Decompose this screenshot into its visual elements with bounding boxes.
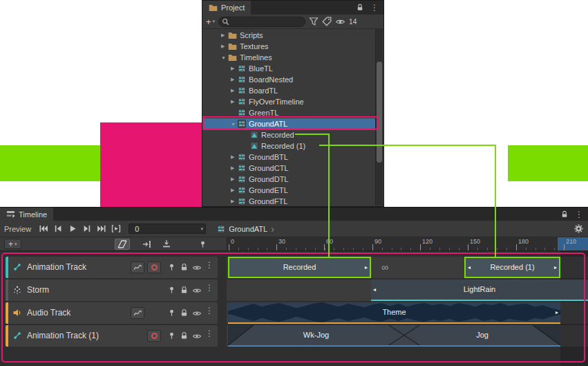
clip-group-wkjog-jog[interactable]: Wk-Jog Jog (228, 325, 560, 347)
clip-lightrain[interactable]: LightRain ◂ (371, 280, 588, 301)
tab-timeline[interactable]: Timeline (0, 208, 53, 221)
mute-eye-icon[interactable] (192, 331, 202, 341)
foldout-expanded-icon[interactable]: ▼ (231, 122, 238, 127)
timeline-tab-label: Timeline (19, 210, 47, 219)
track-menu-icon[interactable]: ⋮ (205, 306, 214, 315)
foldout-collapsed-icon[interactable]: ▶ (231, 77, 238, 82)
ruler-minor-ticks (229, 248, 588, 250)
mute-eye-icon[interactable] (192, 263, 202, 273)
track-menu-icon[interactable]: ⋮ (205, 329, 214, 338)
tree-item-groundftl[interactable]: ▶GroundFTL (203, 196, 375, 207)
settings-gear-icon[interactable] (573, 223, 584, 234)
record-button[interactable] (147, 262, 161, 273)
lock-icon[interactable] (180, 309, 189, 318)
next-frame-button[interactable] (79, 223, 94, 235)
mix-mode-button[interactable] (115, 239, 130, 250)
lock-icon[interactable] (356, 3, 364, 12)
tree-item-greentl[interactable]: GreenTL (203, 107, 375, 118)
add-track-button[interactable]: + ▾ (4, 239, 21, 249)
lock-icon[interactable] (560, 210, 569, 219)
project-search-field[interactable] (218, 17, 305, 27)
breadcrumb[interactable]: GroundATL › (217, 224, 274, 234)
goto-end-button[interactable] (94, 223, 108, 235)
project-scrollbar[interactable] (375, 29, 383, 205)
pin-icon[interactable] (167, 263, 176, 272)
tree-item-boardnested[interactable]: ▶BoardNested (203, 74, 375, 85)
track-header-animation-track[interactable]: Animation Track ⋮ (6, 257, 218, 278)
replace-mode-button[interactable] (159, 239, 174, 250)
goto-start-button[interactable] (36, 223, 50, 235)
window-menu-icon[interactable]: ⋮ (370, 3, 379, 12)
mute-eye-icon[interactable] (192, 309, 202, 318)
clip-theme[interactable]: Theme ▸ (228, 302, 560, 324)
lock-icon[interactable] (180, 331, 189, 340)
show-markers-button[interactable] (195, 239, 210, 250)
foldout-collapsed-icon[interactable]: ▶ (231, 165, 238, 171)
foldout-collapsed-icon[interactable]: ▶ (231, 99, 238, 104)
current-frame-field[interactable]: ▾ (129, 223, 206, 234)
foldout-collapsed-icon[interactable]: ▶ (231, 199, 238, 204)
tree-item-groundctl[interactable]: ▶GroundCTL (203, 163, 375, 174)
pin-icon[interactable] (167, 286, 176, 295)
tree-item-flyovertimeline[interactable]: ▶FlyOverTimeline (203, 96, 375, 107)
pin-icon[interactable] (167, 309, 176, 318)
search-by-type-icon[interactable] (309, 17, 319, 26)
foldout-collapsed-icon[interactable]: ▶ (221, 33, 228, 38)
curves-button[interactable] (131, 307, 144, 319)
time-ruler[interactable]: 0 30 60 90 120 150 180 210 (227, 237, 588, 250)
clip-label: Recorded (1) (490, 263, 534, 271)
tree-item-recorded-1[interactable]: Recorded (1) (203, 140, 375, 152)
tree-item-scripts[interactable]: ▶Scripts (203, 30, 375, 41)
visibility-eye-icon[interactable] (335, 17, 345, 27)
tree-item-recorded[interactable]: Recorded (203, 129, 375, 140)
lock-icon[interactable] (180, 263, 189, 272)
foldout-collapsed-icon[interactable]: ▶ (231, 88, 238, 93)
tree-item-textures[interactable]: ▶Textures (203, 41, 375, 52)
preview-toggle[interactable]: Preview (4, 225, 31, 233)
tree-item-groundatl-selected[interactable]: ▼GroundATL (203, 118, 375, 129)
scrollbar-thumb[interactable] (377, 62, 382, 163)
track-header-animation-track-1[interactable]: Animation Track (1) ⋮ (6, 325, 218, 347)
foldout-collapsed-icon[interactable]: ▶ (221, 44, 228, 49)
clip-label-wkjog[interactable]: Wk-Jog (228, 325, 404, 345)
record-button[interactable] (147, 330, 161, 342)
track-header-storm[interactable]: Storm ⋮ (6, 280, 218, 301)
track-menu-icon[interactable]: ⋮ (205, 261, 214, 269)
play-button[interactable] (65, 223, 79, 235)
lock-icon[interactable] (180, 286, 189, 295)
plus-icon: + (206, 17, 211, 27)
project-add-button[interactable]: + ▾ (206, 17, 215, 27)
pin-icon[interactable] (167, 331, 176, 340)
foldout-collapsed-icon[interactable]: ▶ (231, 66, 238, 71)
tree-item-groundetl[interactable]: ▶GroundETL (203, 185, 375, 196)
search-by-label-icon[interactable] (322, 17, 332, 26)
dropdown-arrow-icon[interactable]: ▾ (201, 226, 204, 232)
previous-frame-button[interactable] (50, 223, 65, 235)
foldout-expanded-icon[interactable]: ▼ (221, 55, 228, 60)
frame-input[interactable] (133, 224, 200, 234)
tree-item-boardtl[interactable]: ▶BoardTL (203, 85, 375, 96)
track-header-audio-track[interactable]: Audio Track ⋮ (6, 302, 218, 324)
foldout-collapsed-icon[interactable]: ▶ (231, 187, 238, 193)
window-menu-icon[interactable]: ⋮ (575, 210, 583, 219)
mute-eye-icon[interactable] (192, 286, 202, 295)
tab-project[interactable]: Project (202, 1, 251, 15)
clip-recorded[interactable]: Recorded ▸ (228, 257, 371, 278)
ruler-label: 90 (374, 238, 381, 245)
lane-storm: LightRain ◂ (227, 280, 588, 301)
foldout-collapsed-icon[interactable]: ▶ (231, 176, 238, 182)
play-range-button[interactable] (108, 223, 123, 235)
tree-item-groundbtl[interactable]: ▶GroundBTL (203, 152, 375, 163)
track-color-strip (6, 325, 8, 347)
timeline-asset-icon (238, 175, 246, 183)
foldout-collapsed-icon[interactable]: ▶ (231, 154, 238, 160)
tree-item-timelines[interactable]: ▼Timelines (203, 52, 375, 63)
ripple-mode-button[interactable] (140, 239, 155, 250)
track-menu-icon[interactable]: ⋮ (205, 284, 214, 292)
clip-recorded-1[interactable]: Recorded (1) ◂ ▸ (464, 257, 560, 278)
curves-button[interactable] (131, 262, 144, 273)
tree-item-grounddtl[interactable]: ▶GroundDTL (203, 174, 375, 185)
search-input[interactable] (231, 17, 302, 26)
tree-item-bluetl[interactable]: ▶BlueTL (203, 63, 375, 74)
clip-label-jog[interactable]: Jog (404, 325, 560, 345)
